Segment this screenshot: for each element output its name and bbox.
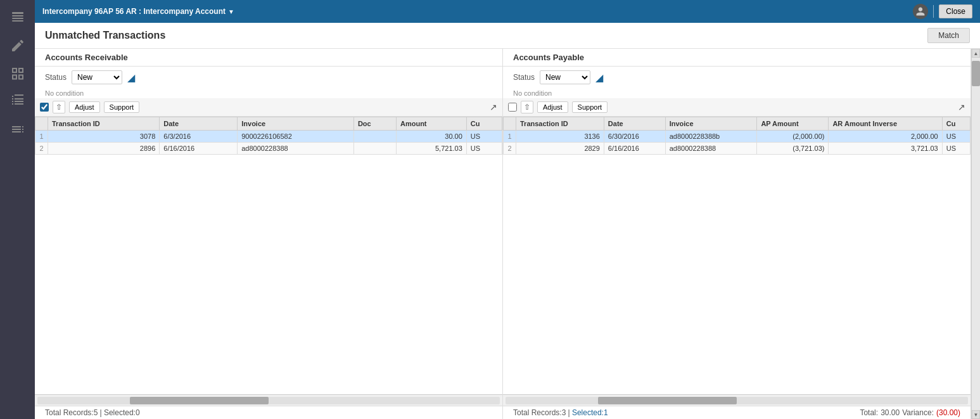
ap-table-row[interactable]: 1 3136 6/30/2016 ad8000228388b (2,000.00… [504, 131, 970, 143]
ap-h-scroll-thumb [598, 397, 737, 404]
ap-selected-link[interactable]: Selected:1 [572, 408, 608, 417]
ap-row-transaction-id: 3136 [516, 131, 604, 143]
ar-no-condition: No condition [35, 88, 502, 98]
ap-row-date: 6/16/2016 [604, 143, 665, 155]
ap-table: Transaction ID Date Invoice AP Amount AR… [503, 117, 970, 155]
ar-filter-icon[interactable]: ◢ [127, 72, 135, 84]
ar-row-cu: US [466, 143, 502, 155]
ap-h-scroll[interactable] [506, 397, 968, 404]
ar-table-toolbar: ⇧ Adjust Support ↗ [35, 98, 502, 117]
ar-select-all-checkbox[interactable] [40, 103, 49, 112]
v-scroll-up[interactable]: ▲ [972, 49, 980, 58]
svg-rect-1 [12, 15, 23, 16]
ap-total-value: 30.00 [881, 408, 900, 417]
ap-col-date: Date [604, 117, 665, 131]
ar-col-invoice: Invoice [238, 117, 354, 131]
svg-rect-0 [12, 12, 23, 14]
v-scroll-track [972, 58, 980, 410]
v-scroll-thumb [972, 61, 980, 86]
ap-status-label: Status [513, 73, 535, 82]
ar-row-amount: 30.00 [396, 131, 466, 143]
v-scrollbar: ▲ ▼ [971, 49, 980, 419]
header-bar: Intercompany 96AP 56 AR : Intercompany A… [35, 0, 980, 23]
ap-panel: Accounts Payable Status New All ◢ No con… [503, 49, 971, 419]
ar-row-doc [353, 143, 396, 155]
ar-row-date: 6/3/2016 [160, 131, 238, 143]
ar-table-row[interactable]: 2 2896 6/16/2016 ad8000228388 5,721.03 U… [35, 143, 502, 155]
ap-status-row: Status New All ◢ [503, 67, 970, 88]
ap-row-ap-amount: (2,000.00) [757, 131, 829, 143]
user-icon [913, 4, 928, 19]
ar-h-scroll-thumb [130, 397, 269, 404]
ar-selected: Selected:0 [104, 408, 140, 417]
header-title-text: Intercompany 96AP 56 AR : Intercompany A… [42, 7, 226, 16]
sidebar-icon-3[interactable] [5, 61, 30, 86]
ar-col-cu: Cu [466, 117, 502, 131]
ap-total-records: Total Records:3 [513, 408, 566, 417]
ar-adjust-button[interactable]: Adjust [69, 101, 100, 113]
sidebar [0, 0, 35, 419]
ar-col-doc: Doc [353, 117, 396, 131]
ap-variance-value: (30.00) [936, 408, 960, 417]
sidebar-icon-4[interactable] [5, 89, 30, 114]
ar-row-date: 6/16/2016 [160, 143, 238, 155]
ap-row-invoice: ad8000228388b [665, 131, 757, 143]
ap-footer: Total Records:3 | Selected:1 Total: 30.0… [503, 406, 970, 419]
header-divider [933, 5, 934, 18]
ar-table-row[interactable]: 1 3078 6/3/2016 9000226106582 30.00 US [35, 131, 502, 143]
ap-table-row[interactable]: 2 2829 6/16/2016 ad8000228388 (3,721.03)… [504, 143, 970, 155]
ap-no-condition: No condition [503, 88, 970, 98]
ap-row-invoice: ad8000228388 [665, 143, 757, 155]
ar-row-doc [353, 131, 396, 143]
ap-total-label: Total: [860, 408, 878, 417]
ar-table-wrapper: Transaction ID Date Invoice Doc Amount C… [35, 117, 502, 394]
header-right: Close [913, 4, 972, 19]
ar-status-label: Status [45, 73, 67, 82]
header-dropdown-arrow[interactable]: ▼ [228, 8, 234, 15]
ar-row-transaction-id: 2896 [48, 143, 160, 155]
ar-status-select[interactable]: New All [72, 70, 122, 84]
ar-footer-left: Total Records:5 | Selected:0 [45, 408, 492, 417]
ar-support-button[interactable]: Support [104, 101, 140, 113]
match-button[interactable]: Match [927, 28, 970, 43]
ar-h-scroll[interactable] [37, 397, 500, 404]
ap-footer-right: Total: 30.00 Variance: (30.00) [860, 408, 960, 417]
ap-row-cu: US [942, 131, 970, 143]
ap-adjust-button[interactable]: Adjust [537, 101, 568, 113]
svg-rect-2 [12, 18, 23, 19]
ar-col-date: Date [160, 117, 238, 131]
sidebar-icon-5[interactable] [5, 117, 30, 142]
header-title: Intercompany 96AP 56 AR : Intercompany A… [42, 7, 234, 16]
svg-rect-3 [12, 20, 23, 22]
sidebar-icon-1[interactable] [5, 5, 30, 30]
ap-table-wrapper: Transaction ID Date Invoice AP Amount AR… [503, 117, 970, 394]
ap-support-button[interactable]: Support [572, 101, 608, 113]
ap-status-select[interactable]: New All [540, 70, 590, 84]
ar-col-num [35, 117, 48, 131]
ap-upload-icon[interactable]: ⇧ [521, 101, 533, 113]
ar-total-records: Total Records:5 [45, 408, 98, 417]
ar-col-amount: Amount [396, 117, 466, 131]
ar-row-transaction-id: 3078 [48, 131, 160, 143]
ap-select-all-checkbox[interactable] [508, 103, 517, 112]
close-button[interactable]: Close [939, 4, 972, 18]
ap-col-invoice: Invoice [665, 117, 757, 131]
ap-col-ar-amount-inverse: AR Amount Inverse [829, 117, 942, 131]
ar-expand-button[interactable]: ↗ [490, 102, 497, 112]
ap-expand-button[interactable]: ↗ [958, 102, 965, 112]
ap-row-num: 2 [504, 143, 516, 155]
ap-row-date: 6/30/2016 [604, 131, 665, 143]
ap-row-transaction-id: 2829 [516, 143, 604, 155]
ar-upload-icon[interactable]: ⇧ [53, 101, 65, 113]
v-scroll-down[interactable]: ▼ [972, 410, 980, 419]
ap-panel-header: Accounts Payable [503, 49, 970, 67]
ap-filter-icon[interactable]: ◢ [595, 72, 603, 84]
ap-table-toolbar: ⇧ Adjust Support ↗ [503, 98, 970, 117]
page-header: Unmatched Transactions Match [35, 23, 980, 49]
ar-status-row: Status New All ◢ [35, 67, 502, 88]
ar-row-amount: 5,721.03 [396, 143, 466, 155]
ar-panel-header: Accounts Receivable [35, 49, 502, 67]
ap-col-num [504, 117, 516, 131]
sidebar-icon-2[interactable] [5, 33, 30, 58]
panels-container: Accounts Receivable Status New All ◢ No … [35, 49, 980, 419]
